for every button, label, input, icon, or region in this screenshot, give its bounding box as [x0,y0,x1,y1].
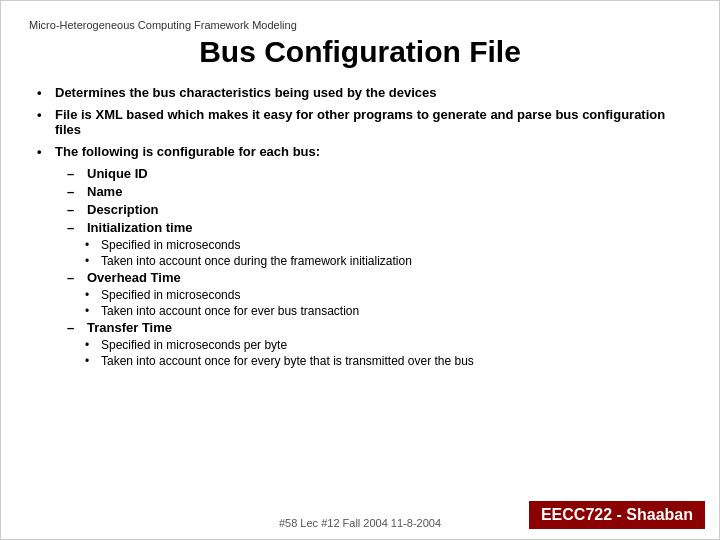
sub-sub-init-1: • Specified in microseconds [85,238,691,252]
sub-sub-init-2: • Taken into account once during the fra… [85,254,691,268]
sub-item-name: – Name [67,184,691,199]
sub-label-name: Name [87,184,691,199]
bullet-2: • File is XML based which makes it easy … [37,107,691,137]
sub-sub-init-text-2: Taken into account once during the frame… [101,254,412,268]
sub-sub-list-overhead: • Specified in microseconds • Taken into… [85,288,691,318]
bullet-text-1: Determines the bus characteristics being… [55,85,691,100]
bullet-dot-1: • [37,85,55,100]
sub-sub-init-text-1: Specified in microseconds [101,238,240,252]
footer-badge: EECC722 - Shaaban [529,501,705,529]
sub-dash-1: – [67,166,87,181]
content-area: • Determines the bus characteristics bei… [29,85,691,368]
bullet-text-3: The following is configurable for each b… [55,144,691,159]
sub-dash-2: – [67,184,87,199]
sub-item-init-time: – Initialization time [67,220,691,235]
bullet-dot-2: • [37,107,55,122]
sub-sub-list-init: • Specified in microseconds • Taken into… [85,238,691,268]
sub-label-transfer-time: Transfer Time [87,320,691,335]
sub-label-init-time: Initialization time [87,220,691,235]
sub-label-overhead-time: Overhead Time [87,270,691,285]
sub-sub-transfer-1: • Specified in microseconds per byte [85,338,691,352]
slide-title: Bus Configuration File [29,35,691,69]
footer-center: #58 Lec #12 Fall 2004 11-8-2004 [245,517,475,529]
bullet-text-2: File is XML based which makes it easy fo… [55,107,691,137]
sub-item-transfer-time: – Transfer Time [67,320,691,335]
sub-sub-overhead-2: • Taken into account once for ever bus t… [85,304,691,318]
sub-dash-3: – [67,202,87,217]
sub-sub-overhead-text-1: Specified in microseconds [101,288,240,302]
sub-label-unique-id: Unique ID [87,166,691,181]
sub-item-overhead-time: – Overhead Time [67,270,691,285]
bullet-dot-3: • [37,144,55,159]
sub-sub-overhead-text-2: Taken into account once for ever bus tra… [101,304,359,318]
sub-sub-transfer-text-2: Taken into account once for every byte t… [101,354,474,368]
bullet-3: • The following is configurable for each… [37,144,691,159]
sub-item-unique-id: – Unique ID [67,166,691,181]
bullet-1: • Determines the bus characteristics bei… [37,85,691,100]
top-label: Micro-Heterogeneous Computing Framework … [29,19,691,31]
sub-dash-6: – [67,320,87,335]
sub-list: – Unique ID – Name – Description – Initi… [67,166,691,368]
sub-sub-transfer-text-1: Specified in microseconds per byte [101,338,287,352]
footer: #58 Lec #12 Fall 2004 11-8-2004 EECC722 … [1,501,719,529]
sub-label-description: Description [87,202,691,217]
sub-item-description: – Description [67,202,691,217]
sub-sub-overhead-1: • Specified in microseconds [85,288,691,302]
sub-dash-4: – [67,220,87,235]
slide: Micro-Heterogeneous Computing Framework … [0,0,720,540]
sub-sub-list-transfer: • Specified in microseconds per byte • T… [85,338,691,368]
sub-sub-transfer-2: • Taken into account once for every byte… [85,354,691,368]
sub-dash-5: – [67,270,87,285]
